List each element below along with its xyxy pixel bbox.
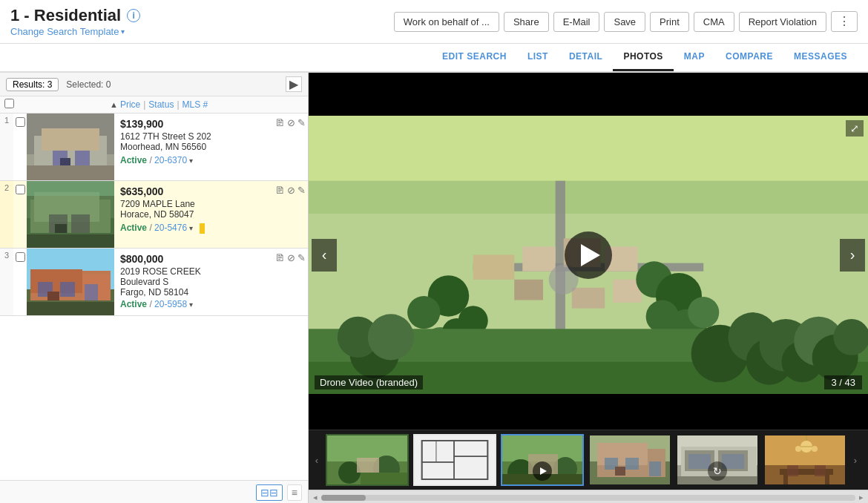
thumb-scroll-right-btn[interactable]: ›	[849, 455, 862, 466]
listing-row[interactable]: 1 $139,9	[0, 114, 308, 181]
listing-1-no-icon[interactable]: ⊘	[287, 117, 295, 128]
collapse-arrow-icon[interactable]: ▶	[286, 76, 302, 92]
listing-1-checkbox[interactable]	[16, 117, 25, 127]
tab-photos[interactable]: PHOTOS	[613, 44, 673, 71]
listing-2-no-icon[interactable]: ⊘	[287, 185, 295, 196]
next-photo-button[interactable]: ›	[840, 239, 865, 272]
photo-main-area: ‹ › ⤢ Drone Video (branded) 3 / 43	[309, 73, 868, 430]
thumbnail-2[interactable]	[413, 434, 496, 486]
listing-1-price: $139,900	[120, 118, 267, 130]
price-column-header[interactable]: Price	[120, 99, 140, 110]
svg-rect-27	[27, 249, 114, 269]
info-icon[interactable]: i	[127, 9, 140, 22]
listing-2-address1: 7209 MAPLE Lane	[120, 199, 267, 209]
listing-2-price: $635,000	[120, 185, 267, 197]
svg-rect-23	[60, 282, 75, 297]
share-button[interactable]: Share	[504, 12, 549, 32]
more-options-button[interactable]: ⋮	[831, 11, 858, 32]
right-panel: ‹ › ⤢ Drone Video (branded) 3 / 43 ‹	[309, 73, 868, 503]
save-button[interactable]: Save	[604, 12, 645, 32]
listing-1-contact-icon[interactable]: 🖹	[275, 117, 285, 128]
listing-3-edit-icon[interactable]: ✎	[297, 252, 306, 263]
tab-detail[interactable]: DETAIL	[559, 44, 613, 71]
select-all-checkbox[interactable]	[4, 99, 14, 108]
listing-3-address2: Fargo, ND 58104	[120, 287, 267, 297]
col-sep-1: |	[143, 99, 145, 110]
svg-rect-36	[473, 255, 514, 280]
listing-row-selected[interactable]: 2	[0, 181, 308, 249]
header: 1 - Residential i Change Search Template…	[0, 0, 868, 44]
tab-map[interactable]: MAP	[674, 44, 715, 71]
svg-point-49	[688, 297, 719, 328]
svg-point-106	[795, 446, 801, 452]
chevron-down-icon: ▾	[121, 27, 125, 36]
status-column-header[interactable]: Status	[148, 99, 174, 110]
thumbnail-5[interactable]: ↻	[676, 434, 759, 486]
scroll-left-arrow[interactable]: ◂	[313, 493, 318, 502]
thumbnail-1[interactable]	[326, 434, 409, 486]
header-buttons: Work on behalf of ... Share E-Mail Save …	[394, 11, 858, 32]
listing-1-status: Active / 20-6370 ▾	[120, 155, 267, 165]
work-on-behalf-button[interactable]: Work on behalf of ...	[394, 12, 499, 32]
grid-view-icon[interactable]: ⊟⊟	[256, 484, 283, 501]
row-num-2: 2	[0, 181, 13, 248]
listing-1-status-badge: Active	[120, 155, 147, 165]
listing-3-status-badge: Active	[120, 299, 147, 309]
scrollbar-thumb[interactable]	[321, 495, 366, 501]
listing-3-checkbox[interactable]	[16, 252, 25, 262]
report-violation-button[interactable]: Report Violation	[739, 12, 826, 32]
listing-2-mls[interactable]: 20-5476	[154, 223, 187, 233]
tab-compare[interactable]: COMPARE	[715, 44, 783, 71]
thumb-5-refresh-icon: ↻	[708, 461, 727, 481]
expand-icon[interactable]: ⤢	[846, 120, 864, 137]
page-title-row: 1 - Residential i	[10, 6, 140, 25]
nav-tabs: EDIT SEARCH LIST DETAIL PHOTOS MAP COMPA…	[0, 44, 868, 73]
change-search-link[interactable]: Change Search Template ▾	[10, 26, 140, 37]
main-content: Results: 3 Selected: 0 ▶ ▲ Price | Statu…	[0, 73, 868, 503]
svg-rect-3	[42, 128, 99, 151]
listing-2-edit-icon[interactable]: ✎	[297, 185, 306, 196]
listing-1-dropdown-icon[interactable]: ▾	[189, 157, 193, 165]
listing-2-checkbox[interactable]	[16, 185, 25, 194]
scrollbar-track[interactable]	[321, 495, 855, 501]
listing-2-status-badge: Active	[120, 223, 147, 233]
listing-3-contact-icon[interactable]: 🖹	[275, 252, 285, 263]
print-button[interactable]: Print	[650, 12, 689, 32]
svg-rect-15	[27, 234, 114, 248]
list-header-left: Results: 3 Selected: 0	[6, 78, 111, 91]
thumbnail-4[interactable]	[588, 434, 671, 486]
listing-1-mls[interactable]: 20-6370	[154, 155, 187, 165]
listing-row-3[interactable]: 3	[0, 249, 308, 316]
listing-3-dropdown-icon[interactable]: ▾	[189, 300, 193, 309]
svg-rect-97	[688, 454, 711, 469]
cma-button[interactable]: CMA	[694, 12, 734, 32]
listing-2-details: $635,000 7209 MAPLE Lane Horace, ND 5804…	[114, 181, 273, 248]
photo-content: ‹ › ⤢ Drone Video (branded) 3 / 43	[309, 116, 868, 394]
listing-1-image	[27, 114, 114, 180]
listing-2-contact-icon[interactable]: 🖹	[275, 185, 285, 196]
listing-3-mls[interactable]: 20-5958	[154, 299, 187, 309]
mls-column-header[interactable]: MLS #	[183, 99, 208, 110]
email-button[interactable]: E-Mail	[553, 12, 600, 32]
thumbnail-6[interactable]	[763, 434, 846, 486]
listing-3-actions: 🖹 ⊘ ✎	[273, 249, 308, 315]
svg-rect-38	[572, 288, 605, 309]
tab-messages[interactable]: MESSAGES	[783, 44, 858, 71]
thumbnail-3-active[interactable]	[501, 434, 584, 486]
tab-list[interactable]: LIST	[517, 44, 559, 71]
svg-rect-7	[27, 165, 114, 180]
svg-rect-16	[27, 181, 114, 196]
tab-edit-search[interactable]: EDIT SEARCH	[432, 44, 517, 71]
listing-2-dropdown-icon[interactable]: ▾	[189, 224, 193, 232]
row-check-3	[13, 249, 27, 315]
thumb-scroll-left-btn[interactable]: ‹	[310, 455, 323, 466]
listing-3-price: $800,000	[120, 253, 267, 265]
listing-3-no-icon[interactable]: ⊘	[287, 252, 295, 263]
row-check-2	[13, 181, 27, 248]
prev-photo-button[interactable]: ‹	[312, 239, 337, 272]
list-view-icon[interactable]: ≡	[287, 484, 302, 501]
svg-rect-25	[47, 292, 59, 300]
play-button[interactable]	[565, 231, 612, 279]
scroll-right-arrow[interactable]: ▸	[859, 493, 864, 502]
listing-1-edit-icon[interactable]: ✎	[297, 117, 306, 128]
